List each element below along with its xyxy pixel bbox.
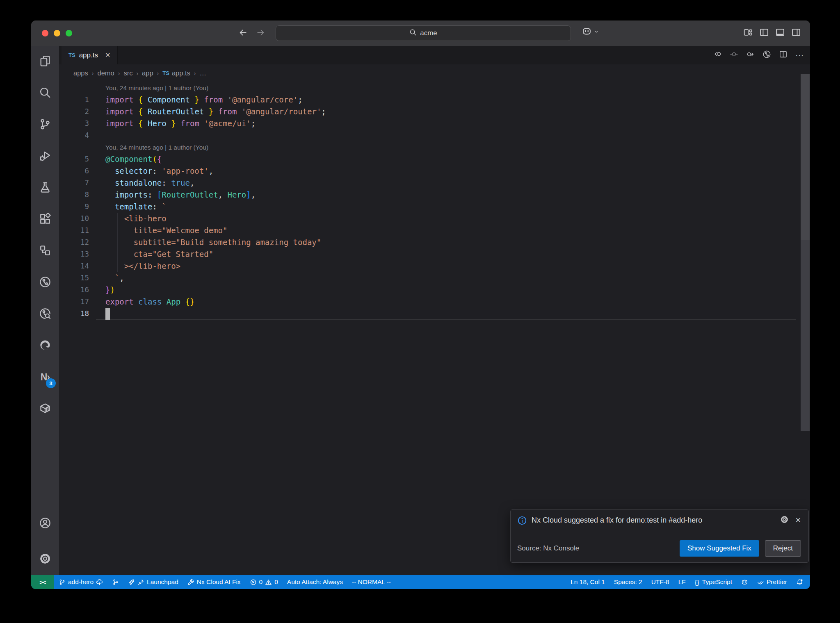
split-editor-button[interactable] [779, 50, 788, 60]
activity-item-run-debug[interactable] [31, 141, 59, 172]
more-icon: ⋯ [795, 50, 804, 60]
status-item-cursor-position[interactable]: Ln 18, Col 1 [566, 575, 609, 589]
code-text: }) [89, 284, 115, 296]
breadcrumb-file[interactable]: TSapp.ts [162, 69, 190, 77]
notification-close-icon[interactable]: ✕ [795, 516, 801, 525]
status-item-vim-mode[interactable]: -- NORMAL -- [347, 575, 395, 589]
status-item-problems[interactable]: 00 [245, 575, 283, 589]
status-item-formatter[interactable]: Prettier [753, 575, 792, 589]
activity-item-project-structure[interactable] [31, 235, 59, 267]
org-icon [39, 244, 51, 258]
activity-item-nx-console[interactable]: N›3 [31, 362, 59, 393]
check-double-icon [757, 579, 764, 586]
breadcrumb-separator-icon: › [136, 70, 138, 77]
tab-app-ts[interactable]: TS app.ts ✕ [62, 46, 118, 64]
gitlens-icon [762, 53, 771, 60]
line-number: 3 [59, 118, 89, 130]
customize-layout-button[interactable] [743, 27, 753, 39]
activity-item-settings[interactable] [31, 543, 59, 575]
previous-change-button[interactable] [713, 50, 722, 60]
activity-item-testing[interactable] [31, 172, 59, 204]
activity-item-search[interactable] [31, 77, 59, 109]
gitlens-graph-button[interactable] [762, 50, 771, 60]
nav-back-button[interactable] [238, 28, 248, 39]
breadcrumb-symbol-tail[interactable]: … [200, 69, 207, 77]
copilot-menu-button[interactable] [582, 26, 599, 38]
search-icon [409, 29, 417, 38]
cloud-upload-icon [96, 579, 103, 586]
activity-item-gitlens[interactable] [31, 267, 59, 298]
breadcrumb-item[interactable]: src [123, 69, 132, 77]
activity-item-gitlens-inspect[interactable] [31, 298, 59, 330]
plug-icon [137, 579, 144, 586]
code-line: 3import { Hero } from '@acme/ui'; [59, 118, 810, 130]
status-item-auto-attach[interactable]: Auto Attach: Always [283, 575, 347, 589]
activity-item-explorer[interactable] [31, 46, 59, 77]
status-item-git-branch-sync[interactable]: add-hero [54, 575, 107, 589]
toggle-secondary-sidebar-button[interactable] [791, 27, 801, 39]
minimize-window-button[interactable] [54, 30, 60, 36]
bell-dot-icon [796, 579, 803, 586]
breadcrumb-item[interactable]: app [142, 69, 153, 77]
status-bar: ><add-heroLaunchpadNx Cloud AI Fix00Auto… [31, 575, 810, 589]
code-line: 2import { RouterOutlet } from '@angular/… [59, 106, 810, 118]
search-value: acme [420, 29, 437, 37]
status-text: -- NORMAL -- [352, 578, 391, 586]
status-item-nx-cloud-ai-fix[interactable]: Nx Cloud AI Fix [183, 575, 245, 589]
nav-forward-button[interactable] [256, 28, 265, 39]
status-item-commit-graph[interactable] [107, 575, 123, 589]
close-tab-icon[interactable]: ✕ [105, 51, 110, 59]
status-item-launchpad[interactable]: Launchpad [123, 575, 183, 589]
activity-item-edge-tools[interactable] [31, 330, 59, 362]
command-center-search[interactable]: acme [276, 25, 571, 41]
status-item-eol[interactable]: LF [674, 575, 690, 589]
status-item-indentation[interactable]: Spaces: 2 [609, 575, 647, 589]
toggle-primary-sidebar-button[interactable] [759, 27, 769, 39]
status-item-notifications-bell[interactable] [792, 575, 808, 589]
code-area[interactable]: You, 24 minutes ago | 1 author (You)1imp… [59, 82, 810, 320]
edge-icon [39, 339, 51, 353]
status-item-encoding[interactable]: UTF-8 [647, 575, 674, 589]
zoom-window-button[interactable] [66, 30, 72, 36]
vscode-window: acme N›3 TS app.ts ✕ ⋯ apps›demo›src›app… [31, 20, 810, 589]
line-number: 6 [59, 165, 89, 177]
line-number: 5 [59, 153, 89, 165]
next-change-button[interactable] [746, 50, 755, 60]
code-line: 15 `, [59, 272, 810, 284]
status-item-copilot-status[interactable] [737, 575, 753, 589]
line-number: 1 [59, 94, 89, 106]
breadcrumb-separator-icon: › [92, 70, 94, 77]
commit-graph-icon [112, 579, 119, 586]
arrow-right-icon [256, 28, 265, 39]
window-controls [42, 30, 72, 36]
code-text: subtitle="Build something amazing today" [89, 236, 321, 248]
breadcrumb-item[interactable]: demo [97, 69, 114, 77]
status-text: Launchpad [147, 578, 178, 586]
line-number: 10 [59, 213, 89, 225]
line-number: 16 [59, 284, 89, 296]
arrow-left-icon [238, 28, 248, 39]
editor-scrollbar[interactable] [801, 74, 810, 431]
notification-settings-icon[interactable] [780, 515, 789, 525]
close-window-button[interactable] [42, 30, 48, 36]
code-text: export class App {} [89, 296, 194, 308]
reject-button[interactable]: Reject [765, 540, 801, 557]
show-suggested-fix-button[interactable]: Show Suggested Fix [680, 540, 759, 557]
line-number: 12 [59, 236, 89, 248]
more-actions-button[interactable]: ⋯ [795, 50, 804, 60]
code-text: imports: [RouterOutlet, Hero], [89, 189, 256, 201]
activity-item-accounts[interactable] [31, 512, 59, 543]
activity-item-containers[interactable] [31, 393, 59, 425]
activity-item-source-control[interactable] [31, 109, 59, 141]
titlebar: acme [31, 20, 810, 46]
line-number: 8 [59, 189, 89, 201]
typescript-file-icon: TS [162, 70, 169, 76]
activity-item-extensions[interactable] [31, 204, 59, 235]
notification-title: Nx Cloud suggested a fix for demo:test i… [532, 516, 776, 525]
file-revision-button[interactable] [730, 50, 738, 60]
status-item-remote-indicator[interactable]: >< [31, 575, 54, 589]
status-item-language-mode[interactable]: {}TypeScript [690, 575, 737, 589]
status-text: LF [678, 578, 686, 586]
toggle-panel-button[interactable] [775, 27, 785, 39]
breadcrumb-item[interactable]: apps [73, 69, 88, 77]
